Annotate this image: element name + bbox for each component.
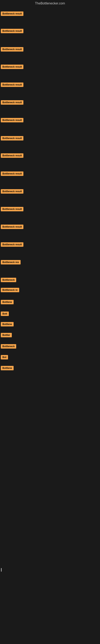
bottleneck-badge[interactable]: Bottlene bbox=[1, 322, 14, 326]
page-wrapper: TheBottlenecker.com Bottleneck resultBot… bbox=[0, 0, 100, 644]
list-item[interactable]: Bottleneck result bbox=[1, 153, 23, 158]
list-item[interactable]: Bottler bbox=[1, 333, 12, 338]
bottleneck-badge[interactable]: Bottleneck result bbox=[1, 100, 23, 105]
bottleneck-badge[interactable]: Bottleneck bbox=[1, 344, 16, 348]
bottleneck-badge[interactable]: Bottleneck result bbox=[1, 64, 23, 69]
bottleneck-badge[interactable]: Bottlene bbox=[1, 366, 14, 370]
list-item[interactable]: Bottleneck bbox=[1, 344, 16, 349]
list-item[interactable]: Bottleneck result bbox=[1, 189, 23, 194]
bottleneck-badge[interactable]: Bottleneck result bbox=[1, 153, 23, 158]
bottleneck-badge[interactable]: Bottleneck result bbox=[1, 207, 23, 211]
list-item[interactable]: Bottlene bbox=[1, 366, 14, 371]
list-item[interactable]: Bottleneck result bbox=[1, 12, 23, 17]
list-item[interactable]: Bottleneck result bbox=[1, 224, 23, 230]
list-item[interactable]: Bottleneck result bbox=[1, 47, 23, 52]
site-title: TheBottlenecker.com bbox=[0, 0, 100, 6]
list-item[interactable]: Bottleneck result bbox=[1, 64, 23, 70]
bottleneck-badge[interactable]: Bottleneck result bbox=[1, 47, 23, 52]
bottleneck-badge[interactable]: Bottlene bbox=[1, 300, 14, 304]
bottleneck-badge[interactable]: Bottleneck result bbox=[1, 29, 23, 33]
bottleneck-badge[interactable]: Bottleneck result bbox=[1, 172, 23, 176]
bottleneck-badge[interactable]: Bottleneck result bbox=[1, 242, 23, 247]
list-item[interactable]: Bott bbox=[1, 312, 9, 317]
bottleneck-badge[interactable]: Bottleneck res bbox=[1, 260, 21, 264]
list-item[interactable]: Bottleneck result bbox=[1, 207, 23, 212]
bottleneck-badge[interactable]: Bottleneck result bbox=[1, 82, 23, 87]
bottleneck-badge[interactable]: Bottleneck result bbox=[1, 224, 23, 229]
bottleneck-badge[interactable]: Bottleneck bbox=[1, 278, 16, 282]
list-item[interactable]: Bottleneck bbox=[1, 278, 16, 283]
bottleneck-badge[interactable]: Bottler bbox=[1, 333, 12, 337]
list-item[interactable]: Bot bbox=[1, 355, 8, 360]
list-item[interactable]: Bottlene bbox=[1, 322, 14, 327]
bottleneck-badge[interactable]: Bottleneck result bbox=[1, 12, 23, 16]
cursor-indicator: | bbox=[1, 568, 2, 572]
list-item[interactable]: Bottleneck re bbox=[1, 288, 19, 293]
list-item[interactable]: Bottleneck result bbox=[1, 172, 23, 177]
bottleneck-badge[interactable]: Bottleneck re bbox=[1, 288, 19, 292]
list-item[interactable]: Bottleneck result bbox=[1, 100, 23, 106]
list-item[interactable]: Bottleneck result bbox=[1, 118, 23, 123]
bottleneck-badge[interactable]: Bottleneck result bbox=[1, 136, 23, 140]
list-item[interactable]: Bottleneck result bbox=[1, 82, 23, 88]
bottleneck-badge[interactable]: Bottleneck result bbox=[1, 189, 23, 194]
list-item[interactable]: Bottleneck result bbox=[1, 242, 23, 248]
list-item[interactable]: Bottleneck res bbox=[1, 260, 21, 265]
list-item[interactable]: Bottlene bbox=[1, 300, 14, 305]
list-item[interactable]: Bottleneck result bbox=[1, 136, 23, 141]
bottleneck-badge[interactable]: Bottleneck result bbox=[1, 118, 23, 122]
bottleneck-badge[interactable]: Bott bbox=[1, 312, 9, 316]
bottleneck-badge[interactable]: Bot bbox=[1, 355, 8, 360]
list-item[interactable]: Bottleneck result bbox=[1, 29, 23, 34]
